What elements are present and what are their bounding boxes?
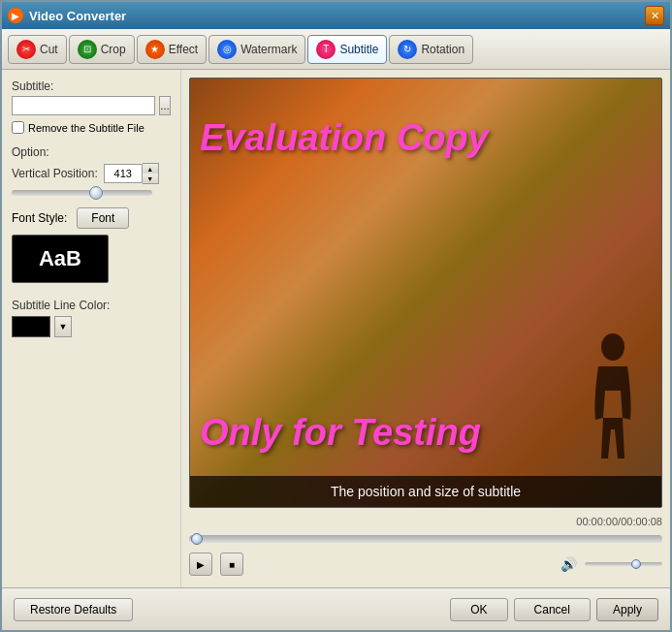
only-testing-text: Only for Testing — [200, 412, 481, 454]
time-display: 00:00:00 / 00:00:08 — [189, 514, 662, 529]
svg-point-0 — [601, 333, 624, 361]
vertical-pos-slider-thumb[interactable] — [89, 186, 103, 200]
time-total: 00:00:08 — [621, 516, 662, 527]
person-silhouette — [584, 332, 642, 468]
ok-button[interactable]: OK — [450, 598, 507, 621]
spinbox-arrows: ▲ ▼ — [143, 163, 159, 184]
close-button[interactable]: ✕ — [645, 6, 664, 25]
apply-button[interactable]: Apply — [596, 598, 658, 621]
tab-subtitle-label: Subtitle — [339, 43, 378, 56]
remove-checkbox-row: Remove the Subtitle File — [12, 121, 171, 134]
vertical-pos-input[interactable] — [104, 164, 143, 183]
option-section: Option: Vertical Position: ▲ ▼ — [12, 142, 171, 196]
stop-button[interactable]: ■ — [220, 553, 243, 576]
tab-rotation-label: Rotation — [421, 43, 464, 56]
eval-copy-text: Evaluation Copy — [200, 117, 489, 159]
tab-cut[interactable]: ✂ Cut — [8, 35, 67, 64]
tab-cut-label: Cut — [40, 43, 58, 56]
video-area: Evaluation Copy Only for Testing The pos… — [189, 78, 662, 508]
toolbar: ✂ Cut ⊡ Crop ★ Effect ◎ Watermark T Subt… — [2, 29, 670, 70]
color-section: Subtitle Line Color: ▼ — [12, 299, 171, 337]
subtitle-input-row: … — [12, 96, 171, 115]
cut-icon: ✂ — [16, 40, 36, 59]
color-row: ▼ — [12, 316, 171, 337]
play-icon: ▶ — [197, 559, 205, 570]
controls-row: ▶ ■ 🔊 — [189, 549, 662, 580]
volume-icon: 🔊 — [560, 556, 577, 572]
right-panel: Evaluation Copy Only for Testing The pos… — [181, 70, 670, 587]
subtitle-display-bar: The position and size of subtitle — [190, 476, 661, 507]
vertical-pos-slider-track[interactable] — [12, 190, 152, 196]
tab-crop-label: Crop — [101, 43, 126, 56]
vertical-pos-spinbox: ▲ ▼ — [104, 163, 159, 184]
vertical-pos-label: Vertical Position: — [12, 167, 98, 180]
font-preview-text: AaB — [39, 246, 81, 271]
subtitle-line-color-label: Subtitle Line Color: — [12, 299, 171, 312]
bottom-right-buttons: OK Cancel Apply — [450, 598, 658, 621]
color-swatch[interactable] — [12, 316, 50, 337]
stop-icon: ■ — [229, 559, 235, 570]
tab-effect[interactable]: ★ Effect — [137, 35, 207, 64]
font-button[interactable]: Font — [77, 207, 129, 229]
effect-icon: ★ — [145, 40, 165, 59]
spin-down-button[interactable]: ▼ — [143, 174, 158, 183]
bottom-bar: Restore Defaults OK Cancel Apply — [2, 587, 670, 630]
subtitle-text: The position and size of subtitle — [331, 484, 521, 499]
color-dropdown-button[interactable]: ▼ — [54, 316, 72, 337]
time-current: 00:00:00 — [576, 516, 618, 527]
title-bar: ▶ Video Converter ✕ — [2, 2, 670, 29]
restore-defaults-button[interactable]: Restore Defaults — [14, 598, 133, 621]
volume-slider-thumb[interactable] — [631, 559, 641, 569]
rotation-icon: ↻ — [398, 40, 417, 59]
tab-subtitle[interactable]: T Subtitle — [307, 35, 387, 64]
left-panel: Subtitle: … Remove the Subtitle File Opt… — [2, 70, 181, 587]
tab-effect-label: Effect — [169, 43, 198, 56]
progress-thumb[interactable] — [191, 533, 203, 545]
watermark-icon: ◎ — [217, 40, 237, 59]
font-section: Font Style: Font AaB — [12, 204, 171, 283]
slider-container — [12, 190, 171, 196]
play-button[interactable]: ▶ — [189, 553, 212, 576]
volume-slider-track[interactable] — [585, 562, 662, 566]
font-style-label: Font Style: — [12, 211, 67, 225]
subtitle-label: Subtitle: — [12, 79, 171, 93]
subtitle-icon: T — [316, 40, 336, 59]
window-title: Video Converter — [29, 9, 126, 23]
tab-rotation[interactable]: ↻ Rotation — [389, 35, 473, 64]
font-preview-box: AaB — [12, 235, 109, 283]
content-area: Subtitle: … Remove the Subtitle File Opt… — [2, 70, 670, 587]
progress-bar[interactable] — [189, 535, 662, 543]
main-window: ▶ Video Converter ✕ ✂ Cut ⊡ Crop ★ Effec… — [0, 0, 672, 632]
subtitle-input[interactable] — [12, 96, 155, 115]
remove-subtitle-label: Remove the Subtitle File — [28, 122, 144, 134]
remove-subtitle-checkbox[interactable] — [12, 121, 24, 134]
video-background: Evaluation Copy Only for Testing — [190, 79, 661, 507]
font-style-row: Font Style: Font — [12, 207, 171, 229]
browse-button[interactable]: … — [159, 96, 171, 115]
option-label: Option: — [12, 145, 171, 159]
tab-watermark-label: Watermark — [240, 43, 297, 56]
app-icon: ▶ — [8, 8, 23, 23]
subtitle-section: Subtitle: … Remove the Subtitle File — [12, 79, 171, 134]
title-bar-left: ▶ Video Converter — [8, 8, 126, 23]
tab-crop[interactable]: ⊡ Crop — [69, 35, 135, 64]
spin-up-button[interactable]: ▲ — [143, 164, 158, 174]
browse-icon: … — [160, 101, 170, 111]
vertical-pos-row: Vertical Position: ▲ ▼ — [12, 163, 171, 184]
cancel-button[interactable]: Cancel — [514, 598, 591, 621]
tab-watermark[interactable]: ◎ Watermark — [208, 35, 305, 64]
crop-icon: ⊡ — [78, 40, 97, 59]
